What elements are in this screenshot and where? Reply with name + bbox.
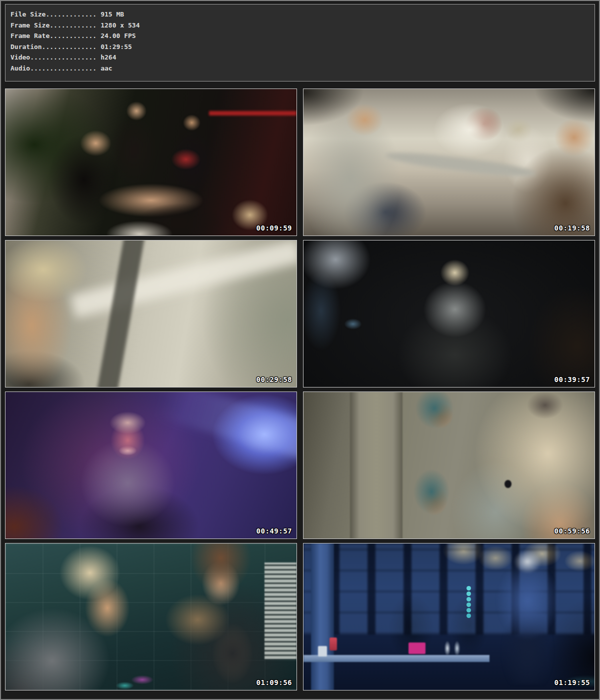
screenshot-thumbnail-6[interactable]: 00:59:56 xyxy=(303,392,595,539)
teal-dot-column xyxy=(466,586,471,590)
scene-art-4 xyxy=(304,240,594,387)
wall-pillar xyxy=(350,392,402,538)
timestamp-badge: 00:59:56 xyxy=(554,527,590,535)
file-size-label: File Size............. xyxy=(10,10,96,18)
file-info-panel: File Size.............915 MB Frame Size.… xyxy=(5,4,595,82)
red-bottle xyxy=(330,638,337,650)
frame-size-label: Frame Size............ xyxy=(10,22,96,29)
scene-art-1 xyxy=(6,89,296,236)
duration-label: Duration.............. xyxy=(10,43,96,50)
timestamp-badge: 01:19:55 xyxy=(554,678,590,686)
audio-codec-value: aac xyxy=(100,64,112,72)
scene-art-5 xyxy=(6,392,296,538)
screenshot-thumbnail-3[interactable]: 00:29:58 xyxy=(5,240,297,388)
standing-figure xyxy=(484,550,572,684)
pink-box xyxy=(408,642,426,654)
file-info-row-filesize: File Size.............915 MB xyxy=(10,9,590,20)
file-info-row-video: Video.................h264 xyxy=(10,52,590,63)
screenshot-thumbnail-4[interactable]: 00:39:57 xyxy=(303,240,595,388)
earbud-dot xyxy=(504,480,512,488)
scene-art-3 xyxy=(6,240,296,387)
scene-art-8 xyxy=(304,544,594,690)
blue-pillar xyxy=(311,544,334,690)
page-frame: File Size.............915 MB Frame Size.… xyxy=(0,0,600,700)
white-grid-structure xyxy=(264,562,296,659)
file-info-row-audio: Audio.................aac xyxy=(10,63,590,74)
file-info-row-framesize: Frame Size............1280 x 534 xyxy=(10,20,590,31)
window-frame-band xyxy=(96,240,145,387)
foreground-table xyxy=(304,655,490,662)
frame-size-value: 1280 x 534 xyxy=(100,22,140,29)
blue-light-beam xyxy=(155,392,296,465)
frame-rate-label: Frame Rate............ xyxy=(10,32,96,40)
screenshot-thumbnail-2[interactable]: 00:19:58 xyxy=(303,88,595,236)
screenshot-thumbnail-1[interactable]: 00:09:59 xyxy=(5,88,297,236)
light-streak xyxy=(70,240,296,318)
screenshot-thumbnail-8[interactable]: 01:19:55 xyxy=(303,543,595,690)
timestamp-badge: 00:09:59 xyxy=(256,224,292,232)
white-cup xyxy=(318,646,326,656)
scene-art-7 xyxy=(6,544,296,690)
timestamp-badge: 00:39:57 xyxy=(554,376,590,384)
video-codec-value: h264 xyxy=(100,54,116,61)
scene-art-6 xyxy=(304,392,594,538)
water-bottles xyxy=(440,638,464,654)
audio-codec-label: Audio................. xyxy=(10,64,96,72)
video-codec-label: Video................. xyxy=(10,54,96,61)
timestamp-badge: 00:19:58 xyxy=(554,224,590,232)
extended-arm-shape xyxy=(384,148,536,180)
red-light-strip xyxy=(209,111,296,116)
duration-value: 01:29:55 xyxy=(100,43,132,50)
screenshot-grid: 00:09:59 00:19:58 00:29:58 00:39:57 00:4… xyxy=(5,88,595,690)
screenshot-thumbnail-7[interactable]: 01:09:56 xyxy=(5,543,297,690)
file-info-row-duration: Duration..............01:29:55 xyxy=(10,42,590,52)
frame-rate-value: 24.00 FPS xyxy=(100,32,136,40)
timestamp-badge: 01:09:56 xyxy=(256,678,292,686)
file-info-row-framerate: Frame Rate............24.00 FPS xyxy=(10,30,590,42)
screenshot-thumbnail-5[interactable]: 00:49:57 xyxy=(5,392,297,539)
timestamp-badge: 00:29:58 xyxy=(256,376,292,384)
timestamp-badge: 00:49:57 xyxy=(256,527,292,535)
file-size-value: 915 MB xyxy=(100,10,124,18)
scene-art-2 xyxy=(304,89,594,236)
